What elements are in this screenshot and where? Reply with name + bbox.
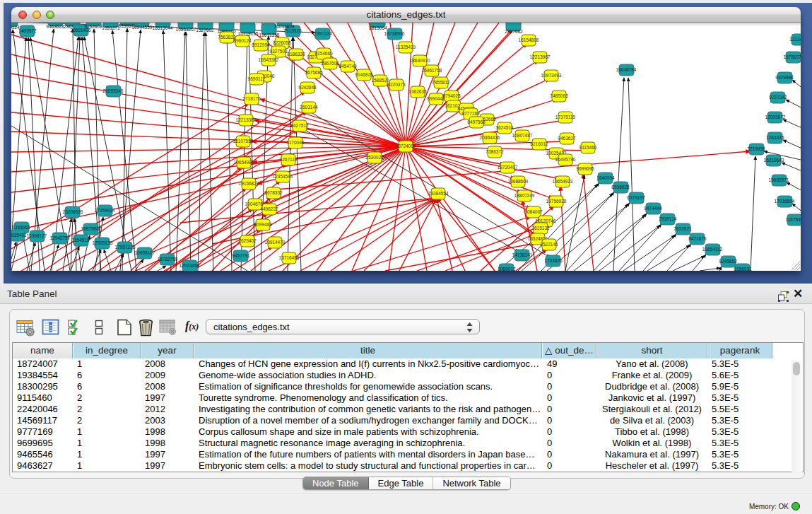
svg-text:12505135: 12505135 xyxy=(93,240,113,245)
svg-text:17375115: 17375115 xyxy=(555,115,576,119)
svg-text:26053346: 26053346 xyxy=(103,88,124,93)
svg-text:17957225: 17957225 xyxy=(115,245,136,250)
svg-text:16648784: 16648784 xyxy=(616,67,637,72)
svg-text:1167533: 1167533 xyxy=(786,217,801,222)
svg-text:1405572: 1405572 xyxy=(18,28,37,33)
svg-text:7386372: 7386372 xyxy=(486,149,504,154)
svg-text:7625402: 7625402 xyxy=(238,238,257,243)
svg-text:3915401: 3915401 xyxy=(11,233,27,238)
svg-text:8471676: 8471676 xyxy=(688,236,707,241)
svg-text:18807249: 18807249 xyxy=(514,193,535,198)
svg-text:1527602: 1527602 xyxy=(196,28,214,33)
svg-text:9115460: 9115460 xyxy=(579,145,597,150)
svg-text:6794028: 6794028 xyxy=(442,93,461,98)
svg-text:9099483: 9099483 xyxy=(254,222,272,227)
svg-text:18640910: 18640910 xyxy=(410,58,430,63)
svg-text:7357224: 7357224 xyxy=(314,31,332,36)
svg-text:3624514: 3624514 xyxy=(495,125,514,130)
svg-text:19384554: 19384554 xyxy=(428,191,449,196)
svg-text:12923466: 12923466 xyxy=(180,263,200,268)
svg-text:9457791: 9457791 xyxy=(232,253,250,258)
svg-text:23206526: 23206526 xyxy=(63,209,83,214)
svg-text:16543382: 16543382 xyxy=(259,57,279,62)
svg-text:3215955: 3215955 xyxy=(747,146,765,151)
svg-text:14136141: 14136141 xyxy=(512,252,533,257)
svg-text:1615132: 1615132 xyxy=(531,226,550,230)
svg-text:2935114: 2935114 xyxy=(659,216,677,221)
svg-text:11568127: 11568127 xyxy=(27,233,47,238)
svg-text:9242848: 9242848 xyxy=(298,85,317,90)
svg-text:8154660: 8154660 xyxy=(314,51,333,56)
svg-text:2887682: 2887682 xyxy=(505,29,523,34)
svg-text:7632621: 7632621 xyxy=(673,226,692,231)
svg-text:10958107: 10958107 xyxy=(135,250,155,255)
svg-text:12353594: 12353594 xyxy=(273,174,293,179)
svg-text:3675685: 3675685 xyxy=(305,70,323,75)
svg-text:7515526: 7515526 xyxy=(283,28,302,33)
svg-text:8427512: 8427512 xyxy=(290,123,309,128)
svg-text:18513044: 18513044 xyxy=(153,25,173,30)
svg-text:12213389: 12213389 xyxy=(236,117,257,122)
svg-text:11325419: 11325419 xyxy=(396,45,416,49)
svg-text:9089012: 9089012 xyxy=(498,267,516,271)
svg-text:1345061: 1345061 xyxy=(12,225,30,230)
svg-text:9084067: 9084067 xyxy=(524,209,543,214)
svg-text:6379197: 6379197 xyxy=(627,195,645,200)
svg-text:6497568: 6497568 xyxy=(467,119,486,124)
svg-text:15751074: 15751074 xyxy=(784,54,801,59)
svg-text:19692971: 19692971 xyxy=(769,177,789,182)
svg-text:9227342: 9227342 xyxy=(769,95,787,100)
svg-text:1051271: 1051271 xyxy=(102,25,120,30)
svg-text:1362635: 1362635 xyxy=(408,89,427,94)
svg-text:1212481: 1212481 xyxy=(789,37,801,42)
svg-text:17359924: 17359924 xyxy=(95,208,115,213)
svg-text:16495796: 16495796 xyxy=(555,157,576,162)
svg-text:1244415: 1244415 xyxy=(766,135,784,140)
svg-text:10553267: 10553267 xyxy=(176,27,196,32)
svg-text:6216012: 6216012 xyxy=(530,141,548,146)
svg-text:2522145: 2522145 xyxy=(540,242,558,247)
svg-text:9463627: 9463627 xyxy=(558,136,576,141)
svg-text:2867608: 2867608 xyxy=(321,61,339,66)
svg-text:2603144: 2603144 xyxy=(300,105,318,110)
svg-text:16782759: 16782759 xyxy=(158,257,178,262)
svg-text:19654923: 19654923 xyxy=(553,179,573,184)
svg-text:2530021: 2530021 xyxy=(365,155,384,160)
svg-text:10654982: 10654982 xyxy=(234,160,254,165)
svg-text:9474444: 9474444 xyxy=(644,206,662,211)
svg-text:10654112: 10654112 xyxy=(702,247,723,252)
svg-text:3267110: 3267110 xyxy=(280,157,298,162)
svg-text:9156031: 9156031 xyxy=(734,267,752,271)
svg-text:19756928: 19756928 xyxy=(546,199,567,204)
svg-text:8813054: 8813054 xyxy=(369,25,387,30)
svg-text:16961758: 16961758 xyxy=(422,68,442,73)
svg-text:7955812: 7955812 xyxy=(432,80,450,85)
svg-text:1733426: 1733426 xyxy=(544,258,563,263)
svg-text:16210643: 16210643 xyxy=(764,158,784,163)
svg-text:19166827: 19166827 xyxy=(239,181,259,186)
svg-text:8454749: 8454749 xyxy=(339,64,357,69)
svg-text:9890112: 9890112 xyxy=(248,76,266,81)
svg-text:12942757: 12942757 xyxy=(50,235,71,240)
svg-text:8912954: 8912954 xyxy=(252,42,270,47)
svg-text:39975867: 39975867 xyxy=(81,226,102,231)
svg-text:10688609: 10688609 xyxy=(508,179,529,184)
svg-text:7485063: 7485063 xyxy=(550,93,568,98)
svg-text:18724007: 18724007 xyxy=(396,144,416,148)
svg-text:9146821: 9146821 xyxy=(355,72,373,77)
svg-text:13716485: 13716485 xyxy=(279,255,300,260)
svg-text:1640954: 1640954 xyxy=(596,175,615,180)
svg-text:8226058: 8226058 xyxy=(273,40,291,45)
svg-text:1588520: 1588520 xyxy=(371,78,389,83)
svg-text:8938928: 8938928 xyxy=(611,185,630,189)
svg-text:9699695: 9699695 xyxy=(576,166,594,171)
svg-text:8960124: 8960124 xyxy=(233,38,252,43)
svg-text:8678332: 8678332 xyxy=(264,190,283,195)
svg-text:1154519: 1154519 xyxy=(72,238,90,243)
svg-text:20364436: 20364436 xyxy=(480,135,500,140)
svg-text:12093872: 12093872 xyxy=(765,115,786,119)
svg-text:16107553: 16107553 xyxy=(233,139,254,144)
svg-text:8186328: 8186328 xyxy=(287,52,305,57)
svg-text:8220373: 8220373 xyxy=(387,82,406,87)
svg-text:9245652: 9245652 xyxy=(719,259,737,264)
